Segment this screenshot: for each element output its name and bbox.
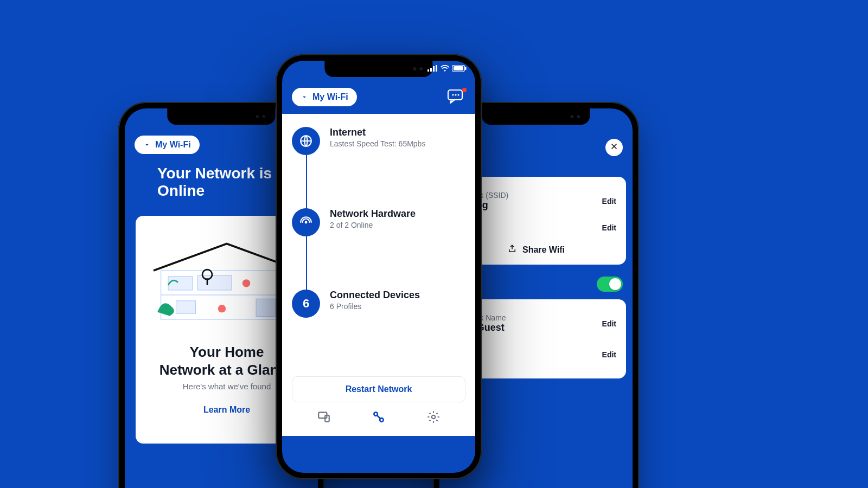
ssid-edit[interactable]: Edit [602,197,616,206]
screen-center: My Wi-Fi [282,61,475,473]
password-edit[interactable]: Edit [602,223,616,232]
tab-settings-icon[interactable] [426,410,441,426]
chevron-down-icon [143,141,151,149]
chat-icon [447,89,464,104]
notch [167,108,275,125]
tab-bar [292,402,465,429]
svg-rect-8 [176,301,195,313]
device-count: 6 [303,297,309,311]
guest-name-edit[interactable]: Edit [602,319,616,328]
svg-point-19 [455,94,456,95]
phone-center: My Wi-Fi [276,54,482,479]
globe-icon [292,127,320,155]
svg-rect-16 [465,67,467,70]
svg-rect-5 [256,299,276,316]
notch [482,108,590,125]
mywifi-label: My Wi-Fi [155,140,191,150]
devices-row[interactable]: 6 Connected Devices 6 Profiles [292,290,465,371]
share-wifi-label: Share Wifi [522,245,565,255]
mywifi-label: My Wi-Fi [312,92,348,102]
share-icon [507,244,517,256]
center-body: Internet Lastest Speed Test: 65Mpbs Netw… [282,114,475,436]
tab-devices-icon[interactable] [317,410,331,426]
status-bar [427,65,467,73]
svg-rect-12 [433,66,435,72]
cellular-icon [427,65,437,73]
notification-dot-icon [462,88,467,92]
svg-point-9 [218,305,226,312]
close-icon [610,142,618,153]
stage: My Wi-Fi Your Network is Online [0,0,868,488]
hardware-row[interactable]: Network Hardware 2 of 2 Online [292,208,465,290]
internet-title: Internet [330,127,425,138]
hardware-title: Network Hardware [330,208,416,220]
svg-rect-13 [436,65,437,72]
tab-network-icon[interactable] [372,410,386,426]
close-button[interactable] [605,139,623,156]
svg-rect-15 [454,66,463,70]
svg-point-27 [432,415,436,419]
mywifi-pill[interactable]: My Wi-Fi [135,136,200,154]
svg-rect-11 [430,68,432,72]
chevron-down-icon [301,93,308,101]
mywifi-pill[interactable]: My Wi-Fi [292,88,357,106]
restart-label: Restart Network [346,384,412,394]
restart-network-button[interactable]: Restart Network [292,376,465,402]
internet-row[interactable]: Internet Lastest Speed Test: 65Mpbs [292,127,465,208]
svg-rect-3 [197,275,232,290]
svg-point-4 [242,279,250,287]
device-count-badge: 6 [292,290,320,318]
devices-title: Connected Devices [330,290,420,301]
wifi-icon [441,65,449,73]
svg-point-18 [452,94,454,95]
hardware-subtitle: 2 of 2 Online [330,221,416,229]
devices-subtitle: 6 Profiles [330,302,420,311]
guest-password-edit[interactable]: Edit [602,350,616,359]
chat-button[interactable] [447,89,465,105]
broadcast-icon [292,208,320,236]
battery-icon [452,65,467,73]
svg-rect-2 [168,277,193,290]
notch [324,61,432,77]
guest-wifi-toggle[interactable] [597,277,623,292]
svg-point-20 [457,94,459,95]
svg-rect-10 [427,69,429,72]
internet-subtitle: Lastest Speed Test: 65Mpbs [330,139,425,148]
svg-point-22 [305,221,308,224]
